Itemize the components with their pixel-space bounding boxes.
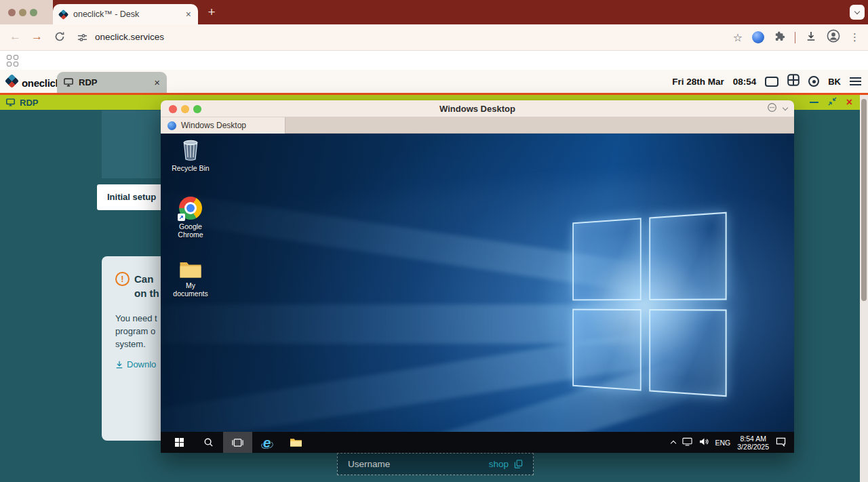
download-link[interactable]: Downlo [115,359,156,369]
pinned-extension-icon[interactable] [752,31,764,43]
remote-window-titlebar[interactable]: Windows Desktop [161,100,794,117]
hero-panel-fragment [102,111,161,178]
window-options-icon[interactable] [767,102,777,115]
macos-fullscreen-button[interactable] [30,9,37,16]
toolbar-date: Fri 28th Mar [672,77,724,87]
action-center-icon[interactable] [776,437,786,448]
language-indicator[interactable]: ENG [715,439,731,447]
recycle-bin-icon [180,138,201,161]
reload-button[interactable] [54,31,65,45]
monitor-icon [64,78,73,87]
username-label: Username [348,459,390,469]
fullscreen-icon[interactable] [765,77,778,87]
volume-icon[interactable] [699,437,709,447]
remote-window-title: Windows Desktop [161,100,794,117]
page-top-strip [0,51,868,70]
file-explorer-icon[interactable] [281,432,311,453]
windows-taskbar: e [161,432,794,453]
windows-logo [572,212,726,397]
screen: oneclick™ - Desk × + ← → oneclick.servic… [0,0,868,482]
downloads-icon[interactable] [805,30,817,45]
card-body: You need t program o system. [115,312,157,350]
tab-search-button[interactable] [850,5,865,20]
remote-tab-favicon [167,121,176,130]
shortcut-arrow-icon [178,214,185,221]
windows-logo-pane [649,309,727,397]
windows-logo-pane [649,212,727,300]
username-value: shop [489,459,509,469]
toolbar-separator [795,32,795,43]
start-button[interactable] [165,432,194,453]
session-minimize-icon[interactable] [810,102,818,103]
menu-icon[interactable] [850,75,861,87]
oneclick-favicon-icon [58,9,69,20]
scrollbar-thumb[interactable] [861,99,867,301]
forward-button[interactable]: → [31,30,43,43]
download-icon [115,361,123,369]
rdp-session-tab[interactable]: RDP × [57,72,167,93]
session-restore-icon[interactable] [828,96,837,108]
icon-label: Recycle Bin [172,164,209,172]
remote-tab-bar: Windows Desktop [161,117,794,134]
browser-toolbar: ← → oneclick.services ☆ [0,24,868,51]
layout-grid-icon[interactable] [787,74,800,89]
taskbar-clock[interactable]: 8:54 AM 3/28/2025 [737,435,769,451]
site-info-icon[interactable] [77,33,87,45]
desktop-icon-google-chrome[interactable]: Google Chrome [169,197,212,239]
url-text[interactable]: oneclick.services [95,32,164,42]
remote-tab-label: Windows Desktop [181,121,246,130]
record-icon[interactable] [808,76,819,87]
macos-minimize-button[interactable] [19,9,26,16]
tab-title: oneclick™ - Desk [73,9,182,19]
toolbar-time: 08:54 [733,77,757,87]
windows-desktop[interactable]: Recycle Bin Google Chrome My docume [161,134,794,432]
profile-avatar-icon[interactable] [827,29,840,45]
username-field[interactable]: Username shop [337,453,534,475]
windows-logo-icon [175,438,184,447]
icon-label: Google Chrome [171,222,210,239]
page-scrollbar[interactable] [860,95,868,482]
oneclick-logo-icon [5,74,19,88]
internet-explorer-icon[interactable]: e [252,432,281,453]
windows-logo-pane [572,218,641,300]
network-icon[interactable] [682,437,692,447]
task-view-button[interactable] [223,432,252,453]
apps-grid-icon[interactable] [7,55,18,66]
oneclick-toolbar: oneclick™ RDP × Fri 28th Mar 08:54 BK [0,70,868,93]
browser-tab-strip: oneclick™ - Desk × + [0,0,868,24]
warning-icon: ! [115,272,130,286]
back-button[interactable]: ← [9,30,21,43]
remote-desktop-window: Windows Desktop Windows Desktop [161,100,794,453]
remote-tab-active[interactable]: Windows Desktop [161,117,285,134]
new-tab-button[interactable]: + [203,4,220,20]
session-close-icon[interactable]: × [846,97,852,108]
warning-card: ! Can on th You need t program o system.… [102,256,161,441]
user-initials-badge[interactable]: BK [828,77,841,87]
folder-icon [179,260,202,279]
session-title: RDP [20,98,38,108]
copy-icon[interactable] [514,460,523,468]
browser-menu-icon[interactable]: ⋮ [850,31,860,43]
desktop-icon-recycle-bin[interactable]: Recycle Bin [169,138,212,172]
rdp-tab-close-icon[interactable]: × [154,77,160,88]
chevron-down-icon[interactable] [783,105,788,111]
tab-close-icon[interactable]: × [186,9,191,20]
rdp-tab-label: RDP [79,77,97,87]
initial-setup-tab[interactable]: Initial setup [97,184,161,210]
extensions-icon[interactable] [774,31,785,45]
windows-logo-pane [572,308,641,390]
macos-close-button[interactable] [8,9,16,16]
monitor-icon [6,98,15,106]
chrome-icon [179,197,202,220]
desktop-icon-my-documents[interactable]: My documents [169,260,212,298]
card-heading: Can on th [134,272,159,300]
browser-tab-active[interactable]: oneclick™ - Desk × [53,4,198,24]
tray-expand-icon[interactable] [670,441,675,446]
bookmark-star-icon[interactable]: ☆ [733,31,743,44]
icon-label: My documents [171,281,210,298]
search-icon[interactable] [194,432,223,453]
